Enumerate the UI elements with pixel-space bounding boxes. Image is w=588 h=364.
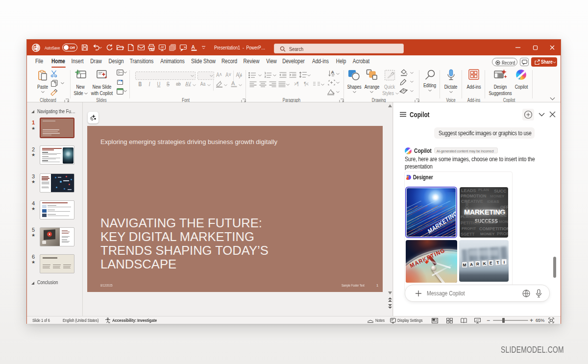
svg-text:P: P (34, 46, 37, 49)
svg-text:A: A (331, 70, 334, 74)
svg-text:A: A (231, 80, 235, 86)
svg-text:A: A (192, 44, 196, 50)
